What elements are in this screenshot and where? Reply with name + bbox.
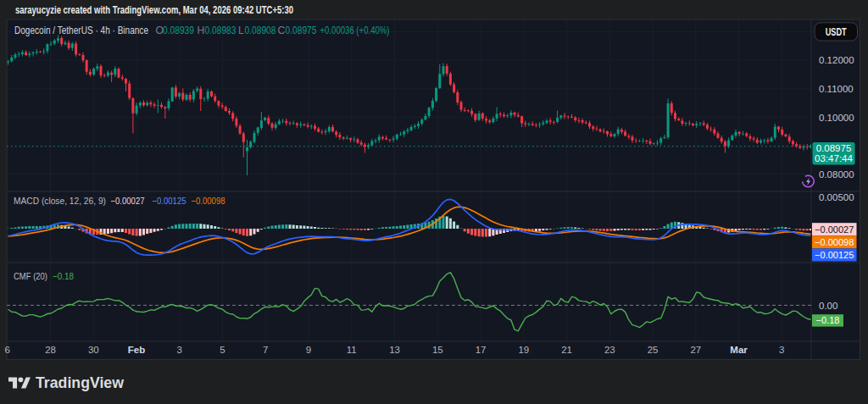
svg-text:−0.00125: −0.00125	[815, 250, 854, 260]
svg-text:0.00: 0.00	[819, 301, 837, 311]
svg-text:0.08908: 0.08908	[245, 25, 276, 36]
svg-text:3: 3	[177, 345, 182, 355]
svg-text:TradingView: TradingView	[36, 374, 125, 391]
svg-text:11: 11	[347, 345, 357, 355]
svg-text:5: 5	[220, 345, 225, 355]
svg-text:CMF (20): CMF (20)	[14, 271, 47, 281]
svg-text:25: 25	[648, 345, 659, 355]
svg-text:L: L	[238, 25, 244, 36]
svg-text:USDT: USDT	[826, 25, 848, 38]
svg-text:9: 9	[306, 345, 311, 355]
svg-text:28: 28	[45, 345, 56, 355]
svg-text:0.08975: 0.08975	[286, 25, 317, 36]
svg-text:15: 15	[432, 345, 443, 355]
svg-text:7: 7	[263, 345, 268, 355]
svg-text:0.00500: 0.00500	[819, 192, 854, 202]
svg-text:6: 6	[5, 345, 10, 355]
svg-text:0.10000: 0.10000	[819, 113, 854, 123]
svg-text:Feb: Feb	[128, 345, 145, 355]
svg-text:23: 23	[604, 345, 615, 355]
svg-text:−0.00027: −0.00027	[815, 224, 854, 235]
svg-text:13: 13	[389, 345, 400, 355]
svg-text:−0.00125: −0.00125	[153, 196, 186, 206]
svg-text:0.08983: 0.08983	[205, 25, 236, 36]
svg-text:30: 30	[88, 345, 99, 355]
svg-text:27: 27	[690, 345, 701, 355]
svg-text:0.08000: 0.08000	[819, 169, 854, 180]
svg-text:0.08975: 0.08975	[816, 143, 852, 153]
svg-text:C: C	[278, 25, 286, 36]
svg-text:−0.00098: −0.00098	[192, 196, 225, 206]
svg-text:0.11000: 0.11000	[819, 84, 854, 94]
svg-text:Dogecoin / TetherUS · 4h · Bin: Dogecoin / TetherUS · 4h · Binance	[14, 25, 148, 36]
svg-text:MACD (close, 12, 26, 9): MACD (close, 12, 26, 9)	[14, 196, 106, 206]
svg-text:3: 3	[779, 345, 784, 355]
svg-text:21: 21	[561, 345, 572, 355]
svg-text:−0.00027: −0.00027	[111, 196, 145, 206]
svg-text:sarayucyzie created with Tradi: sarayucyzie created with TradingView.com…	[15, 4, 293, 16]
svg-text:Mar: Mar	[730, 345, 748, 355]
svg-text:−0.00098: −0.00098	[815, 237, 854, 247]
svg-text:0.08939: 0.08939	[163, 25, 194, 36]
svg-text:H: H	[198, 25, 205, 36]
svg-text:19: 19	[518, 345, 529, 355]
svg-text:−0.18: −0.18	[816, 315, 840, 325]
svg-text:−0.18: −0.18	[53, 271, 74, 281]
svg-text:+0.00036 (+0.40%): +0.00036 (+0.40%)	[320, 25, 390, 36]
svg-text:17: 17	[476, 345, 487, 355]
svg-text:03:47:44: 03:47:44	[815, 153, 853, 163]
svg-text:0.12000: 0.12000	[819, 55, 854, 65]
